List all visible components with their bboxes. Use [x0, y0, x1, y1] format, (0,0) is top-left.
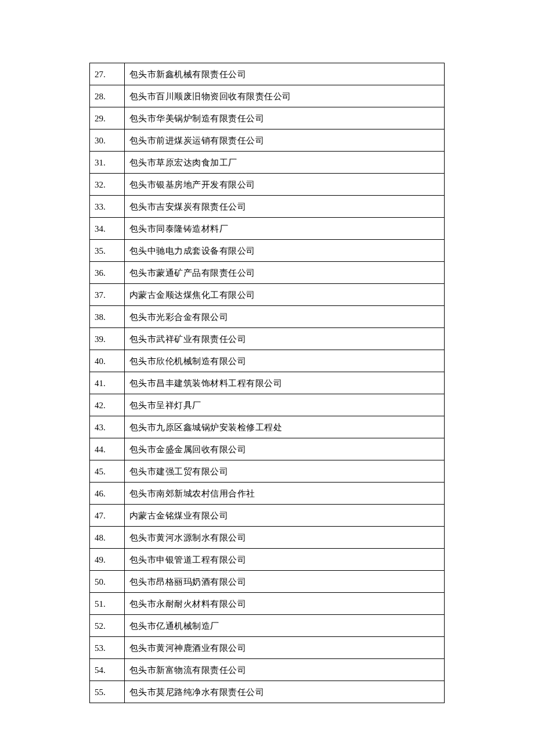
- row-number: 30.: [90, 129, 125, 152]
- table-row: 47.内蒙古金铭煤业有限公司: [90, 505, 445, 527]
- row-number: 50.: [90, 571, 125, 593]
- row-number: 35.: [90, 240, 125, 262]
- table-row: 34.包头市同泰隆铸造材料厂: [90, 218, 445, 240]
- company-name: 内蒙古金顺达煤焦化工有限公司: [124, 284, 444, 306]
- row-number: 40.: [90, 350, 125, 372]
- row-number: 47.: [90, 505, 125, 527]
- company-name: 内蒙古金铭煤业有限公司: [124, 505, 444, 527]
- row-number: 38.: [90, 306, 125, 328]
- company-name: 包头中驰电力成套设备有限公司: [124, 240, 444, 262]
- company-table: 27.包头市新鑫机械有限责任公司28.包头市百川顺废旧物资回收有限责任公司29.…: [89, 63, 445, 703]
- table-row: 30.包头市前进煤炭运销有限责任公司: [90, 129, 445, 152]
- table-row: 53.包头市黄河神鹿酒业有限公司: [90, 637, 445, 659]
- company-name: 包头市吉安煤炭有限责任公司: [124, 196, 444, 218]
- table-row: 28.包头市百川顺废旧物资回收有限责任公司: [90, 85, 445, 107]
- table-row: 55.包头市莫尼路纯净水有限责任公司: [90, 681, 445, 703]
- table-row: 38.包头市光彩合金有限公司: [90, 306, 445, 328]
- company-name: 包头市昂格丽玛奶酒有限公司: [124, 571, 444, 593]
- row-number: 51.: [90, 593, 125, 615]
- company-name: 包头市申银管道工程有限公司: [124, 549, 444, 571]
- table-row: 41.包头市昌丰建筑装饰材料工程有限公司: [90, 372, 445, 394]
- row-number: 32.: [90, 174, 125, 196]
- company-name: 包头市金盛金属回收有限公司: [124, 438, 444, 460]
- table-row: 39.包头市武祥矿业有限责任公司: [90, 328, 445, 350]
- company-name: 包头市草原宏达肉食加工厂: [124, 152, 444, 174]
- row-number: 46.: [90, 483, 125, 505]
- table-row: 43.包头市九原区鑫城锅炉安装检修工程处: [90, 416, 445, 438]
- table-row: 31.包头市草原宏达肉食加工厂: [90, 152, 445, 174]
- row-number: 43.: [90, 416, 125, 438]
- row-number: 33.: [90, 196, 125, 218]
- company-name: 包头市欣伦机械制造有限公司: [124, 350, 444, 372]
- company-name: 包头市银基房地产开发有限公司: [124, 174, 444, 196]
- company-name: 包头市黄河水源制水有限公司: [124, 527, 444, 549]
- row-number: 44.: [90, 438, 125, 460]
- table-row: 32.包头市银基房地产开发有限公司: [90, 174, 445, 196]
- company-name: 包头市百川顺废旧物资回收有限责任公司: [124, 85, 444, 107]
- company-name: 包头市莫尼路纯净水有限责任公司: [124, 681, 444, 703]
- table-row: 36.包头市蒙通矿产品有限责任公司: [90, 262, 445, 284]
- company-name: 包头市呈祥灯具厂: [124, 394, 444, 416]
- row-number: 27.: [90, 63, 125, 85]
- row-number: 48.: [90, 527, 125, 549]
- table-row: 54.包头市新富物流有限责任公司: [90, 659, 445, 681]
- company-name: 包头市光彩合金有限公司: [124, 306, 444, 328]
- company-name: 包头市新富物流有限责任公司: [124, 659, 444, 681]
- table-row: 49.包头市申银管道工程有限公司: [90, 549, 445, 571]
- table-row: 35.包头中驰电力成套设备有限公司: [90, 240, 445, 262]
- company-name: 包头市黄河神鹿酒业有限公司: [124, 637, 444, 659]
- table-row: 40.包头市欣伦机械制造有限公司: [90, 350, 445, 372]
- row-number: 52.: [90, 615, 125, 637]
- company-name: 包头市新鑫机械有限责任公司: [124, 63, 444, 85]
- company-name: 包头市前进煤炭运销有限责任公司: [124, 129, 444, 152]
- table-row: 29.包头市华美锅炉制造有限责任公司: [90, 107, 445, 129]
- company-name: 包头市蒙通矿产品有限责任公司: [124, 262, 444, 284]
- company-name: 包头市武祥矿业有限责任公司: [124, 328, 444, 350]
- company-name: 包头市同泰隆铸造材料厂: [124, 218, 444, 240]
- company-name: 包头市建强工贸有限公司: [124, 460, 444, 483]
- row-number: 34.: [90, 218, 125, 240]
- table-row: 50.包头市昂格丽玛奶酒有限公司: [90, 571, 445, 593]
- row-number: 37.: [90, 284, 125, 306]
- company-name: 包头市南郊新城农村信用合作社: [124, 483, 444, 505]
- company-name: 包头市昌丰建筑装饰材料工程有限公司: [124, 372, 444, 394]
- row-number: 31.: [90, 152, 125, 174]
- table-row: 27.包头市新鑫机械有限责任公司: [90, 63, 445, 85]
- table-row: 52.包头市亿通机械制造厂: [90, 615, 445, 637]
- table-row: 37.内蒙古金顺达煤焦化工有限公司: [90, 284, 445, 306]
- row-number: 49.: [90, 549, 125, 571]
- table-body: 27.包头市新鑫机械有限责任公司28.包头市百川顺废旧物资回收有限责任公司29.…: [90, 63, 445, 703]
- table-row: 46.包头市南郊新城农村信用合作社: [90, 483, 445, 505]
- company-name: 包头市亿通机械制造厂: [124, 615, 444, 637]
- row-number: 55.: [90, 681, 125, 703]
- table-row: 48.包头市黄河水源制水有限公司: [90, 527, 445, 549]
- table-row: 42.包头市呈祥灯具厂: [90, 394, 445, 416]
- row-number: 45.: [90, 460, 125, 483]
- company-name: 包头市华美锅炉制造有限责任公司: [124, 107, 444, 129]
- row-number: 36.: [90, 262, 125, 284]
- company-name: 包头市永耐耐火材料有限公司: [124, 593, 444, 615]
- row-number: 41.: [90, 372, 125, 394]
- row-number: 39.: [90, 328, 125, 350]
- row-number: 28.: [90, 85, 125, 107]
- row-number: 54.: [90, 659, 125, 681]
- row-number: 53.: [90, 637, 125, 659]
- row-number: 42.: [90, 394, 125, 416]
- table-row: 33.包头市吉安煤炭有限责任公司: [90, 196, 445, 218]
- company-name: 包头市九原区鑫城锅炉安装检修工程处: [124, 416, 444, 438]
- row-number: 29.: [90, 107, 125, 129]
- table-row: 51.包头市永耐耐火材料有限公司: [90, 593, 445, 615]
- table-row: 45.包头市建强工贸有限公司: [90, 460, 445, 483]
- table-row: 44.包头市金盛金属回收有限公司: [90, 438, 445, 460]
